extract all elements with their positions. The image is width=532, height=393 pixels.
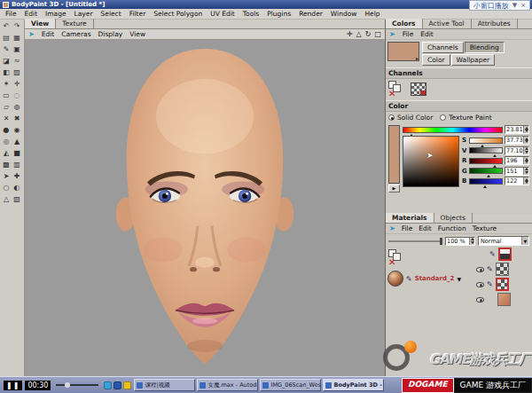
spinner-icon[interactable] <box>523 168 528 175</box>
tool-icon[interactable]: ◍ <box>12 101 22 113</box>
tool-icon[interactable]: ◪ <box>1 55 12 67</box>
menu-item[interactable]: Edit <box>25 10 38 18</box>
green-slider[interactable] <box>469 168 503 174</box>
taskbar-window-button[interactable]: IMG_06Scan_Western-S... <box>260 379 321 391</box>
visibility-eye-icon[interactable] <box>476 297 484 303</box>
tool-icon[interactable]: ◎ <box>1 136 12 147</box>
menu-item[interactable]: Image <box>45 10 66 18</box>
tool-icon[interactable]: ≈ <box>12 55 22 67</box>
blue-value-field[interactable]: 122 <box>505 177 529 185</box>
menu-item[interactable]: Render <box>299 10 323 18</box>
visibility-eye-icon[interactable] <box>476 267 484 272</box>
dropdown-arrow-icon[interactable]: ▼ <box>521 237 528 245</box>
spinner-icon[interactable] <box>523 126 528 133</box>
playback-progress-slider[interactable] <box>56 384 98 386</box>
tool-icon[interactable]: ↷ <box>12 20 22 32</box>
quick-launch-icon[interactable] <box>104 381 112 389</box>
materials-menu-file[interactable]: File <box>402 224 413 232</box>
tool-icon[interactable]: ▥ <box>12 159 22 170</box>
brush-icon[interactable]: ✎ <box>487 265 493 273</box>
texture-paint-radio[interactable]: Texture Paint <box>440 114 491 122</box>
tab-active-tool[interactable]: Active Tool <box>423 19 472 28</box>
tool-icon[interactable]: △ <box>1 193 12 205</box>
colors-menu-edit[interactable]: Edit <box>420 30 434 38</box>
taskbar-window-button[interactable]: 女魔.max - Autodesk 3d... <box>197 379 258 391</box>
materials-menu-texture[interactable]: Texture <box>473 224 497 232</box>
3d-viewport-canvas[interactable] <box>25 40 385 376</box>
tool-icon[interactable]: ✎ <box>1 43 12 55</box>
pause-button[interactable]: ❚❚ <box>4 381 22 390</box>
layer-thumbnail-checker-selected[interactable] <box>496 278 509 291</box>
camera-nav-icon[interactable]: △ <box>356 30 362 38</box>
panel-handle-icon[interactable]: ➤ <box>28 30 35 38</box>
camera-nav-icon[interactable]: ↻ <box>365 30 372 38</box>
swatch-expand-button[interactable]: ▶ <box>388 185 400 193</box>
tool-icon[interactable]: ● <box>1 124 12 136</box>
layer-thumbnail-mask[interactable] <box>498 248 512 261</box>
visibility-eye-icon[interactable] <box>476 282 484 287</box>
menu-item[interactable]: Filter <box>129 10 146 18</box>
pip-dropdown-icon[interactable]: ▼ <box>512 2 517 9</box>
material-name[interactable]: Standard_2 <box>415 275 455 282</box>
panel-handle-icon[interactable]: ➤ <box>389 224 395 232</box>
hue-slider[interactable] <box>403 127 503 133</box>
colors-menu-file[interactable]: File <box>403 30 414 38</box>
tool-icon[interactable]: ▲ <box>12 136 22 147</box>
viewport-menu-edit[interactable]: Edit <box>42 30 55 38</box>
tab-texture[interactable]: Texture <box>56 19 93 28</box>
tool-icon[interactable]: ✛ <box>12 78 22 90</box>
materials-menu-function[interactable]: Function <box>438 224 466 232</box>
slider-handle[interactable] <box>65 382 70 388</box>
brush-icon[interactable]: ✎ <box>489 250 496 258</box>
tool-icon[interactable]: ✶ <box>1 78 12 90</box>
tool-icon[interactable]: ▦ <box>12 32 22 43</box>
tool-icon[interactable]: ✕ <box>1 113 12 124</box>
blending-button[interactable]: Blending <box>465 42 505 53</box>
panel-handle-icon[interactable]: ➤ <box>389 30 395 38</box>
tool-icon[interactable]: ◭ <box>1 147 12 159</box>
spinner-icon[interactable] <box>523 157 528 164</box>
saturation-value-field[interactable]: ➤ <box>403 136 459 187</box>
viewport-menu-display[interactable]: Display <box>98 30 123 38</box>
menu-item[interactable]: Window <box>331 10 357 18</box>
menu-item[interactable]: Layer <box>74 10 93 18</box>
material-row[interactable]: ✎ Standard_2 ▼ <box>387 271 461 287</box>
expand-arrow-icon[interactable]: ▼ <box>457 276 461 282</box>
paint-enabled-icon[interactable]: ✎ <box>406 275 412 283</box>
tool-icon[interactable]: ◌ <box>12 90 22 101</box>
green-value-field[interactable]: 151 <box>505 167 529 176</box>
layer-row[interactable]: ✎ <box>476 278 512 291</box>
taskbar-window-button[interactable]: BodyPaint 3D - [Untitled... <box>323 379 384 391</box>
menu-item[interactable]: File <box>5 10 17 18</box>
tab-objects[interactable]: Objects <box>434 213 473 223</box>
delete-channel-icon[interactable]: ✕ <box>388 81 406 97</box>
layer-row[interactable]: ✎ <box>476 248 512 261</box>
tool-icon[interactable]: ◐ <box>12 182 22 193</box>
delete-layer-icon[interactable]: ✕ <box>388 249 406 265</box>
blue-slider[interactable] <box>469 178 503 185</box>
menu-item[interactable]: Plugins <box>267 10 291 18</box>
viewport-menu-view[interactable]: View <box>129 30 145 38</box>
value-slider[interactable] <box>469 147 503 153</box>
tool-icon[interactable]: ◉ <box>12 124 22 136</box>
opacity-slider[interactable] <box>388 240 442 242</box>
layer-row[interactable]: ✎ <box>476 263 512 276</box>
brush-icon[interactable]: ✎ <box>487 280 493 288</box>
tool-icon[interactable]: ➤ <box>1 170 12 182</box>
blend-mode-dropdown[interactable]: Normal ▼ <box>478 236 529 246</box>
tool-icon[interactable]: ✚ <box>12 170 22 182</box>
layer-thumbnail-skin[interactable] <box>497 293 511 306</box>
layer-row[interactable] <box>476 293 512 306</box>
quick-launch-icon[interactable] <box>113 381 121 389</box>
tab-materials[interactable]: Materials <box>386 213 434 223</box>
tab-colors[interactable]: Colors <box>386 19 423 28</box>
current-color-swatch[interactable]: ▸ <box>387 42 419 61</box>
tool-icon[interactable]: ▧ <box>12 193 22 205</box>
saturation-slider[interactable] <box>469 138 503 144</box>
channels-button[interactable]: Channels <box>422 42 464 53</box>
layer-thumbnail-checker[interactable] <box>496 263 509 276</box>
tool-icon[interactable]: ▣ <box>12 43 22 55</box>
value-value-field[interactable]: 77.10 <box>505 146 529 155</box>
quick-launch-icon[interactable] <box>123 381 131 389</box>
menu-item[interactable]: Help <box>364 10 379 18</box>
